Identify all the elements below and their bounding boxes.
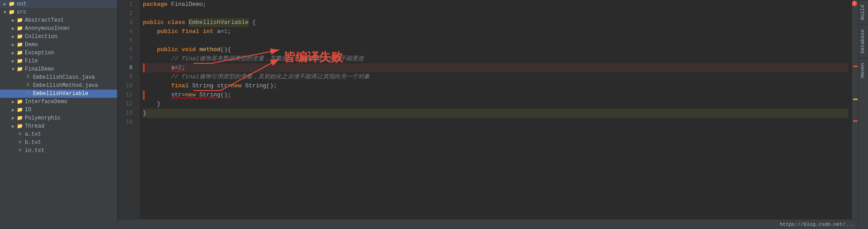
java-icon-embellishvariable: C — [24, 91, 32, 97]
line-num-11: 11 — [118, 91, 135, 100]
line-num-12: 12 — [118, 100, 135, 109]
arrow-demo: ▶ — [10, 42, 16, 48]
sidebar-item-exception[interactable]: ▶ 📁 Exception — [0, 49, 117, 57]
sidebar-item-label: b.txt — [25, 139, 41, 146]
arrow-polymorphic: ▶ — [10, 115, 16, 121]
folder-icon-anonymousinner: 📁 — [16, 25, 24, 32]
arrow-file: ▶ — [10, 58, 16, 64]
sidebar-item-embellishvariable[interactable]: ▶ C EmbellishVariable — [0, 90, 117, 98]
line-num-9: 9 — [118, 72, 135, 81]
sidebar-item-embellishmethod[interactable]: ▶ C EmbellishMethod.java — [0, 81, 117, 90]
sidebar-item-file[interactable]: ▶ 📁 File — [0, 57, 117, 65]
tab-build[interactable]: Build — [859, 0, 868, 24]
error-gutter-8 — [143, 63, 145, 72]
sidebar-item-atxt[interactable]: ▶ ≡ a.txt — [0, 130, 117, 138]
line-num-14: 14 — [118, 118, 135, 127]
arrow-collection: ▶ — [10, 34, 16, 39]
code-line-10: final String str=new String(); — [143, 81, 848, 91]
arrow-abstracttest: ▶ — [10, 18, 16, 23]
sidebar-item-label: File — [25, 58, 38, 64]
code-line-2 — [143, 9, 848, 18]
folder-icon-exception: 📁 — [16, 50, 24, 56]
sidebar-item-label: in.txt — [25, 148, 44, 154]
arrow-exception: ▶ — [10, 50, 16, 56]
error-badge: ! — [852, 1, 857, 6]
scroll-gutter[interactable]: ! — [852, 0, 858, 219]
line-num-10: 10 — [118, 81, 135, 91]
sidebar-item-embellishclass[interactable]: ▶ C EmbellishClass.java — [0, 73, 117, 81]
folder-icon-finaldemo: 📁 — [16, 66, 24, 72]
sidebar-item-intxt[interactable]: ▶ ≡ in.txt — [0, 147, 117, 155]
sidebar-item-out[interactable]: ▶ 📁 out — [0, 0, 117, 8]
folder-icon-file: 📁 — [16, 58, 24, 64]
line-num-8: 8 — [118, 63, 135, 72]
sidebar-item-label: src — [17, 9, 27, 15]
kw-public-3: public — [143, 18, 164, 27]
tab-maven[interactable]: Maven — [859, 58, 868, 82]
sidebar-item-label: out — [17, 1, 27, 7]
txt-icon-btxt: ≡ — [16, 139, 24, 146]
folder-icon-src: 📁 — [8, 9, 15, 15]
status-url: https://blog.csdn.net/... — [780, 222, 854, 227]
line-num-7: 7 — [118, 54, 135, 63]
error-marker-1 — [853, 66, 858, 67]
sidebar-item-label: a.txt — [25, 131, 41, 138]
folder-icon-io: 📁 — [16, 107, 24, 113]
folder-icon-interfacedemo: 📁 — [16, 99, 24, 105]
java-icon-embellishclass: C — [24, 74, 32, 81]
arrow-thread: ▶ — [10, 124, 16, 129]
project-tree[interactable]: ▶ 📁 out ▼ 📁 src ▶ 📁 AbstractTest ▶ 📁 Ano… — [0, 0, 118, 229]
sidebar-item-anonymousinner[interactable]: ▶ 📁 AnonymousInner — [0, 24, 117, 33]
line-num-4: 4 — [118, 27, 135, 36]
line-num-2: 2 — [118, 9, 135, 18]
line-num-1: 1 — [118, 0, 135, 9]
sidebar-item-label: FinalDemo — [25, 66, 54, 72]
warning-marker-1 — [853, 99, 858, 100]
kw-package: package — [143, 0, 168, 9]
code-line-13: } — [143, 109, 848, 118]
arrow-anonymousinner: ▶ — [10, 26, 16, 31]
sidebar-item-label: Thread — [25, 123, 44, 129]
sidebar-item-label: InterfaceDemo — [25, 99, 67, 105]
txt-icon-atxt: ≡ — [16, 131, 24, 138]
line-numbers: 1 2 3 4 5 6 7 8 9 10 11 12 13 14 — [118, 0, 139, 219]
code-line-7: // final修饰基本数据类型的变量，其数值一旦在初始化之后便不能更改 — [143, 54, 848, 63]
code-line-11: str=new String(); — [143, 91, 848, 100]
arrow-finaldemo: ▼ — [10, 67, 16, 72]
sidebar-item-io[interactable]: ▶ 📁 IO — [0, 106, 117, 114]
sidebar-item-demo[interactable]: ▶ 📁 Demo — [0, 41, 117, 49]
sidebar-item-src[interactable]: ▼ 📁 src — [0, 8, 117, 16]
sidebar-item-finaldemo[interactable]: ▼ 📁 FinalDemo — [0, 65, 117, 73]
sidebar-item-label: Demo — [25, 42, 38, 48]
sidebar-item-btxt[interactable]: ▶ ≡ b.txt — [0, 138, 117, 147]
sidebar-item-label: Collection — [25, 33, 57, 40]
sidebar-item-label: Polymorphic — [25, 115, 61, 121]
sidebar-item-interfacedemo[interactable]: ▶ 📁 InterfaceDemo — [0, 98, 117, 106]
tab-database[interactable]: Database — [859, 24, 868, 58]
line-num-13: 13 — [118, 109, 135, 118]
arrow-out: ▶ — [2, 1, 8, 7]
arrow-interfacedemo: ▶ — [10, 99, 16, 105]
sidebar-item-collection[interactable]: ▶ 📁 Collection — [0, 33, 117, 41]
code-line-9: // final修饰引用类型的变量，其初始化之后便不能再让其指向另一个对象 — [143, 72, 848, 81]
sidebar-item-label: EmbellishClass.java — [33, 74, 95, 81]
folder-icon-polymorphic: 📁 — [16, 115, 24, 121]
sidebar-item-label: IO — [25, 107, 31, 113]
folder-icon-out: 📁 — [8, 1, 15, 7]
code-line-3: public class EmbellishVariable { — [143, 18, 848, 27]
code-editor[interactable]: package FinalDemo; public class Embellis… — [139, 0, 852, 219]
code-line-5 — [143, 36, 848, 45]
editor-area[interactable]: 1 2 3 4 5 6 7 8 9 10 11 12 13 14 package… — [118, 0, 858, 219]
txt-icon-intxt: ≡ — [16, 148, 24, 154]
code-line-8: a=2; — [143, 63, 848, 72]
sidebar-item-polymorphic[interactable]: ▶ 📁 Polymorphic — [0, 114, 117, 122]
main-content: 1 2 3 4 5 6 7 8 9 10 11 12 13 14 package… — [118, 0, 858, 229]
line-num-6: 6 — [118, 45, 135, 54]
kw-class: class — [168, 18, 185, 27]
folder-icon-collection: 📁 — [16, 33, 24, 40]
right-panel: Build Database Maven — [858, 0, 868, 229]
sidebar-item-abstracttest[interactable]: ▶ 📁 AbstractTest — [0, 16, 117, 24]
sidebar-item-thread[interactable]: ▶ 📁 Thread — [0, 122, 117, 130]
arrow-src: ▼ — [2, 10, 8, 15]
sidebar-item-label: AnonymousInner — [25, 25, 71, 32]
